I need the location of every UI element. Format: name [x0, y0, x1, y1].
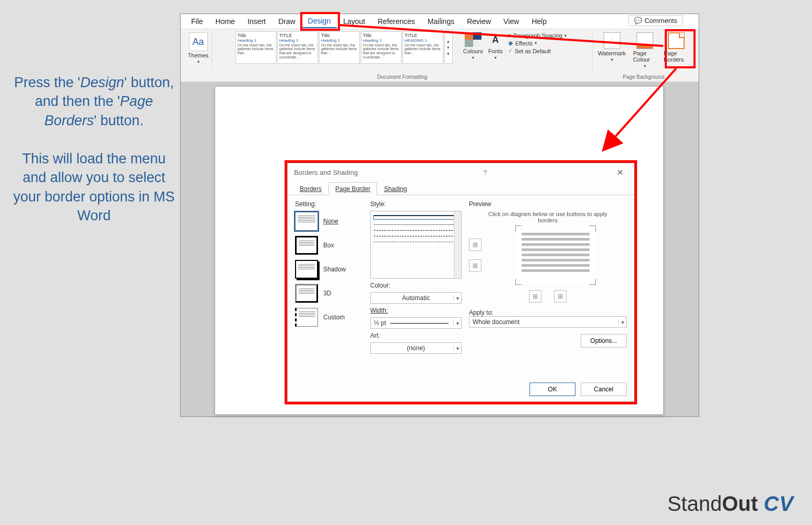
setting-custom[interactable]: Custom [295, 307, 363, 328]
setting-column: Setting: None Box Shadow 3D [295, 200, 363, 378]
tab-borders[interactable]: Borders [293, 182, 328, 195]
style-gallery[interactable]: TitleHeading 1On the Insert tab, the gal… [236, 31, 443, 64]
style-list[interactable] [370, 211, 462, 279]
tab-layout[interactable]: Layout [337, 15, 371, 28]
page-colour-button[interactable]: Page Colour▾ [631, 31, 658, 69]
paragraph-spacing-icon: ≡ [508, 32, 511, 39]
chevron-down-icon: ▾ [535, 41, 537, 45]
width-dropdown[interactable]: ½ pt▾ [370, 317, 462, 329]
watermark-button[interactable]: ~~~ Watermark▾ [596, 31, 628, 69]
themes-group: Aa Themes ▾ [185, 31, 212, 73]
standout-cv-logo: StandOut CV [667, 492, 794, 516]
tab-file[interactable]: File [185, 15, 209, 28]
tab-references[interactable]: References [371, 15, 421, 28]
tab-shading[interactable]: Shading [377, 182, 414, 195]
chevron-down-icon: ▾ [472, 55, 474, 60]
tab-view[interactable]: View [497, 15, 525, 28]
chevron-down-icon: ▾ [495, 55, 497, 60]
chevron-down-icon: ▾ [453, 345, 459, 351]
close-icon[interactable]: ✕ [613, 168, 628, 177]
style-thumb[interactable]: TITLEHEADING 1On the Insert tab, the gal… [403, 31, 443, 64]
scrollbar[interactable] [454, 211, 461, 278]
tab-insert[interactable]: Insert [241, 15, 272, 28]
setting-3d[interactable]: 3D [295, 283, 363, 304]
chevron-down-icon: ▾ [453, 320, 459, 326]
setting-none-icon [295, 212, 318, 231]
style-thumb[interactable]: TitleHeading 1On the Insert tab, the gal… [361, 31, 402, 64]
dialog-tabs: Borders Page Border Shading [288, 182, 634, 195]
chevron-down-icon: ▾ [618, 319, 624, 325]
page-borders-button[interactable]: Page Borders [662, 31, 691, 69]
tab-help[interactable]: Help [525, 15, 553, 28]
themes-button[interactable]: Aa Themes ▾ [186, 31, 211, 65]
border-bottom-button[interactable]: ⊞ [469, 259, 481, 272]
page-background-group: ~~~ Watermark▾ Page Colour▾ Page Borders… [593, 31, 695, 73]
preview-diagram[interactable] [516, 226, 595, 284]
preview-hint: Click on diagram below or use buttons to… [469, 211, 627, 223]
effects-icon: ◉ [508, 40, 513, 46]
fonts-button[interactable]: A Fonts▾ [486, 31, 505, 61]
effects-button[interactable]: ◉Effects ▾ [508, 40, 567, 46]
art-label: Art: [370, 332, 462, 339]
tab-review[interactable]: Review [461, 15, 497, 28]
cancel-button[interactable]: Cancel [581, 383, 627, 396]
page-colour-icon [637, 32, 653, 49]
setting-box[interactable]: Box [295, 235, 363, 256]
tab-design[interactable]: Design [302, 15, 337, 28]
chevron-down-icon: ▾ [453, 295, 459, 301]
comments-button[interactable]: 💬 Comments [628, 15, 683, 26]
watermark-icon: ~~~ [604, 32, 620, 49]
ok-button[interactable]: OK [529, 383, 575, 396]
fonts-icon: A [488, 32, 503, 47]
ribbon-tabs: File Home Insert Draw Design Layout Refe… [181, 14, 699, 29]
style-column: Style: Colour: Automatic▾ Width: ½ pt▾ A… [370, 200, 462, 378]
options-button[interactable]: Options... [581, 334, 627, 348]
gallery-more-button[interactable]: ▴▾▾ [444, 31, 453, 64]
page-borders-icon [668, 32, 685, 49]
style-thumb[interactable]: TITLEHeading 1On the Insert tab, the gal… [277, 31, 318, 64]
dialog-title: Borders and Shading [294, 169, 358, 176]
border-right-button[interactable]: ⊞ [554, 290, 567, 303]
tab-mailings[interactable]: Mailings [421, 15, 461, 28]
colour-label: Colour: [370, 282, 462, 289]
borders-and-shading-dialog: Borders and Shading ? ✕ Borders Page Bor… [287, 163, 634, 402]
colours-button[interactable]: Colours▾ [461, 31, 485, 61]
doc-formatting-group: TitleHeading 1On the Insert tab, the gal… [212, 31, 593, 73]
chevron-down-icon: ▾ [564, 33, 567, 38]
style-thumb[interactable]: TitleHeading 1On the Insert tab, the gal… [319, 31, 360, 64]
apply-to-dropdown[interactable]: Whole document▾ [469, 316, 627, 328]
border-top-button[interactable]: ⊞ [469, 238, 481, 251]
group-label: Page Background [593, 74, 695, 80]
ribbon-content: Aa Themes ▾ TitleHeading 1On the Insert … [181, 29, 699, 82]
style-thumb[interactable]: TitleHeading 1On the Insert tab, the gal… [236, 31, 276, 64]
instruction-text: Press the 'Design' button, and then the … [13, 73, 175, 225]
set-default-button[interactable]: ✓Set as Default [508, 47, 567, 54]
art-dropdown[interactable]: (none)▾ [370, 342, 462, 354]
check-icon: ✓ [508, 47, 513, 54]
tab-draw[interactable]: Draw [272, 15, 302, 28]
tab-page-border[interactable]: Page Border [328, 182, 377, 195]
setting-box-icon [295, 236, 318, 255]
setting-shadow-icon [295, 260, 318, 279]
apply-to-label: Apply to: [469, 309, 627, 316]
help-icon[interactable]: ? [479, 169, 491, 176]
border-left-button[interactable]: ⊞ [529, 290, 542, 303]
chevron-down-icon: ▾ [611, 57, 613, 62]
setting-none[interactable]: None [295, 211, 363, 232]
dialog-titlebar: Borders and Shading ? ✕ [288, 163, 634, 182]
setting-3d-icon [295, 284, 318, 303]
preview-label: Preview [469, 200, 627, 208]
colour-dropdown[interactable]: Automatic▾ [370, 292, 462, 304]
setting-custom-icon [295, 308, 318, 327]
chevron-down-icon: ▾ [197, 59, 199, 64]
tab-home[interactable]: Home [209, 15, 241, 28]
comment-icon: 💬 [634, 17, 642, 25]
preview-column: Preview Click on diagram below or use bu… [469, 200, 627, 378]
formatting-options: ≡Paragraph Spacing ▾ ◉Effects ▾ ✓Set as … [506, 31, 569, 55]
paragraph-spacing-button[interactable]: ≡Paragraph Spacing ▾ [508, 32, 567, 39]
setting-label: Setting: [295, 200, 363, 208]
chevron-down-icon: ▾ [644, 64, 646, 68]
colours-icon [465, 32, 481, 47]
themes-icon: Aa [189, 32, 208, 51]
setting-shadow[interactable]: Shadow [295, 259, 363, 280]
